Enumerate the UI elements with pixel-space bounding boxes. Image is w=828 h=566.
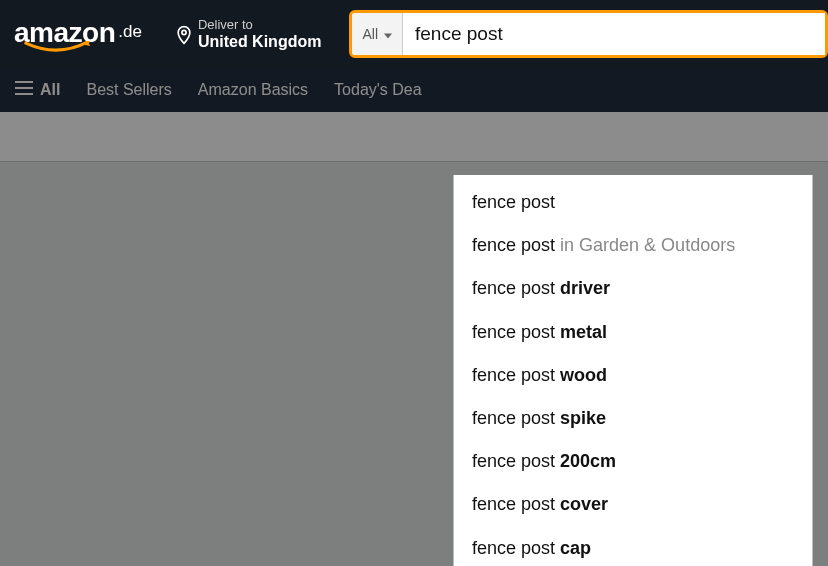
suggestion-bold: cover <box>560 494 608 514</box>
search-category-label: All <box>362 26 378 42</box>
suggestion-prefix: fence post <box>472 192 555 212</box>
suggestion-item[interactable]: fence post <box>454 181 812 224</box>
suggestion-item[interactable]: fence post in Garden & Outdoors <box>454 224 812 267</box>
suggestion-bold: cap <box>560 538 591 558</box>
amazon-logo[interactable]: amazon .de <box>12 13 150 55</box>
deliver-value: United Kingdom <box>198 32 322 51</box>
suggestion-item[interactable]: fence post driver <box>454 267 812 310</box>
search-bar: All <box>349 10 828 58</box>
suggestion-item[interactable]: fence post cover <box>454 483 812 526</box>
deliver-to-button[interactable]: Deliver to United Kingdom <box>166 11 330 58</box>
search-suggestions-dropdown: fence postfence post in Garden & Outdoor… <box>453 175 813 566</box>
suggestion-item[interactable]: fence post cap <box>454 527 812 567</box>
logo-tld: .de <box>118 22 142 42</box>
suggestion-item[interactable]: fence post spike <box>454 397 812 440</box>
svg-point-0 <box>182 30 186 34</box>
search-category-dropdown[interactable]: All <box>352 13 403 55</box>
suggestion-prefix: fence post <box>472 451 560 471</box>
top-nav: amazon .de Deliver to United Kingdom All <box>0 0 828 68</box>
deliver-text: Deliver to United Kingdom <box>198 17 322 52</box>
suggestion-prefix: fence post <box>472 494 560 514</box>
suggestion-prefix: fence post <box>472 278 560 298</box>
suggestion-prefix: fence post <box>472 408 560 428</box>
suggestion-bold: 200cm <box>560 451 616 471</box>
suggestion-bold: spike <box>560 408 606 428</box>
suggestion-prefix: fence post <box>472 322 560 342</box>
suggestion-item[interactable]: fence post wood <box>454 354 812 397</box>
search-input[interactable] <box>403 13 825 55</box>
suggestion-department: in Garden & Outdoors <box>560 235 735 255</box>
deliver-label: Deliver to <box>198 17 322 33</box>
suggestion-item[interactable]: fence post metal <box>454 311 812 354</box>
suggestion-prefix: fence post <box>472 365 560 385</box>
suggestion-bold: driver <box>560 278 610 298</box>
suggestion-bold: wood <box>560 365 607 385</box>
suggestion-bold: metal <box>560 322 607 342</box>
chevron-down-icon <box>384 26 392 42</box>
smile-icon <box>14 41 102 55</box>
location-pin-icon <box>174 24 194 50</box>
suggestion-prefix: fence post <box>472 235 560 255</box>
suggestion-item[interactable]: fence post 200cm <box>454 440 812 483</box>
suggestion-prefix: fence post <box>472 538 560 558</box>
